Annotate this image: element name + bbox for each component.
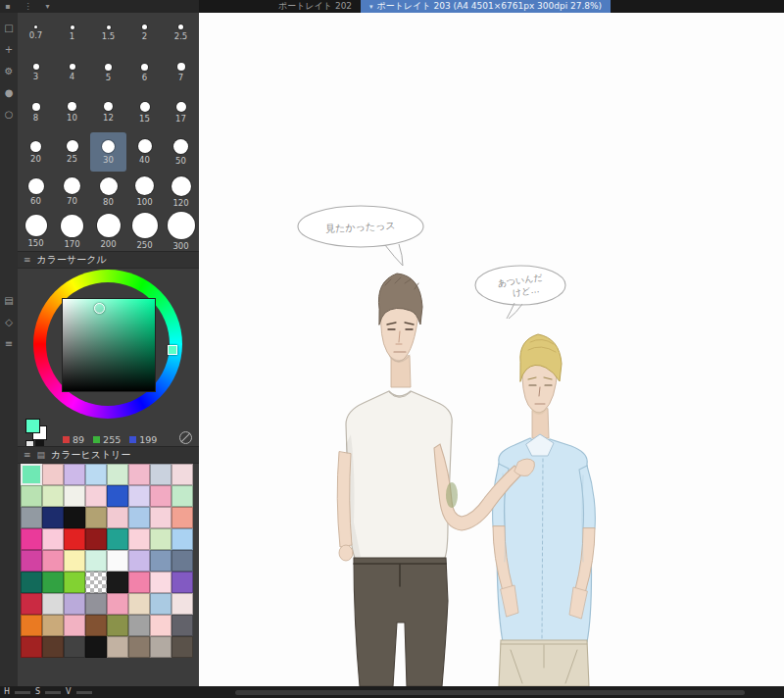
h-slider[interactable] xyxy=(15,691,30,694)
color-swatch[interactable] xyxy=(64,593,85,615)
color-swatch[interactable] xyxy=(21,572,42,593)
hue-ring-marker[interactable] xyxy=(168,345,177,355)
color-swatch[interactable] xyxy=(107,528,128,550)
color-swatch[interactable] xyxy=(128,528,150,550)
color-swatch[interactable] xyxy=(85,550,107,572)
horizontal-scrollbar[interactable] xyxy=(235,690,745,695)
color-swatch[interactable] xyxy=(85,485,107,507)
brush-size-cell[interactable]: 10 xyxy=(54,92,90,132)
brush-size-cell[interactable]: 4 xyxy=(54,53,90,93)
brush-size-cell[interactable]: 5 xyxy=(90,53,126,93)
color-swatch[interactable] xyxy=(107,485,128,507)
color-swatch[interactable] xyxy=(150,636,172,658)
brush-size-cell[interactable]: 30 xyxy=(90,132,126,173)
brush-size-cell[interactable]: 150 xyxy=(18,212,54,252)
gradient-tool-icon[interactable]: ◇ xyxy=(0,311,18,332)
eraser-tool-icon[interactable]: ○ xyxy=(0,103,18,125)
color-swatch[interactable] xyxy=(64,485,85,507)
color-swatch[interactable] xyxy=(64,636,85,658)
color-swatch[interactable] xyxy=(150,550,172,572)
brush-size-cell[interactable]: 100 xyxy=(126,172,163,212)
brush-tool-icon[interactable]: ● xyxy=(0,81,18,103)
layer-panel-icon[interactable]: ▤ xyxy=(0,289,18,311)
sv-picker-marker[interactable] xyxy=(94,303,105,314)
color-swatch[interactable] xyxy=(107,507,128,528)
color-swatch[interactable] xyxy=(21,464,42,485)
color-swatch[interactable] xyxy=(21,528,42,550)
s-slider[interactable] xyxy=(45,691,61,694)
color-swatch[interactable] xyxy=(21,485,42,507)
color-swatch[interactable] xyxy=(42,636,64,658)
color-swatch[interactable] xyxy=(150,572,172,593)
color-swatch[interactable] xyxy=(64,507,85,528)
color-swatch[interactable] xyxy=(128,615,150,636)
brush-size-cell[interactable]: 7 xyxy=(163,53,199,93)
panel-menu-icon[interactable]: ≡ xyxy=(24,450,31,460)
brush-size-cell[interactable]: 8 xyxy=(18,92,54,132)
move-tool-icon[interactable]: + xyxy=(0,38,18,60)
panel-menu-icon[interactable]: ≡ xyxy=(24,255,31,265)
color-swatch[interactable] xyxy=(21,636,42,658)
color-swatch[interactable] xyxy=(42,507,64,528)
color-swatch[interactable] xyxy=(107,593,128,615)
menu-lines-icon[interactable]: ≡ xyxy=(0,332,18,354)
color-swatch[interactable] xyxy=(150,464,172,485)
brush-size-cell[interactable]: 17 xyxy=(163,92,199,132)
brush-size-cell[interactable]: 6 xyxy=(126,53,163,93)
selection-tool-icon[interactable]: □ xyxy=(0,17,18,38)
color-swatch[interactable] xyxy=(150,528,172,550)
brush-size-cell[interactable]: 12 xyxy=(90,92,126,132)
color-swatch[interactable] xyxy=(21,615,42,636)
color-swatch[interactable] xyxy=(85,615,107,636)
color-swatch[interactable] xyxy=(42,593,64,615)
color-swatch[interactable] xyxy=(172,593,193,615)
color-swatch[interactable] xyxy=(172,572,193,593)
settings-gear-icon[interactable]: ⚙ xyxy=(0,60,18,81)
color-swatch[interactable] xyxy=(64,572,85,593)
color-swatch[interactable] xyxy=(128,636,150,658)
v-slider[interactable] xyxy=(76,691,92,694)
panel-collapse-icon[interactable]: ▾ xyxy=(45,3,49,11)
color-swatch[interactable] xyxy=(150,485,172,507)
color-swatch[interactable] xyxy=(21,507,42,528)
color-swatch[interactable] xyxy=(172,636,193,658)
brush-size-cell[interactable]: 120 xyxy=(163,172,199,212)
brush-size-cell[interactable]: 60 xyxy=(18,172,54,212)
color-swatch[interactable] xyxy=(85,593,107,615)
brush-size-cell[interactable]: 2 xyxy=(126,13,163,53)
brush-size-cell[interactable]: 300 xyxy=(163,212,199,252)
color-swatch[interactable] xyxy=(128,507,150,528)
color-swatch[interactable] xyxy=(128,485,150,507)
brush-size-cell[interactable]: 170 xyxy=(54,212,90,252)
color-swatch[interactable] xyxy=(64,615,85,636)
foreground-swatch[interactable] xyxy=(25,419,40,433)
color-swatch[interactable] xyxy=(107,636,128,658)
brush-size-cell[interactable]: 250 xyxy=(126,212,163,252)
brush-size-cell[interactable]: 80 xyxy=(90,172,126,212)
color-swatch[interactable] xyxy=(107,572,128,593)
color-swatch[interactable] xyxy=(42,464,64,485)
color-swatch[interactable] xyxy=(85,507,107,528)
color-swatch[interactable] xyxy=(128,550,150,572)
color-swatch[interactable] xyxy=(42,572,64,593)
brush-size-cell[interactable]: 20 xyxy=(18,132,54,173)
brush-size-cell[interactable]: 0.7 xyxy=(18,13,54,53)
brush-size-cell[interactable]: 50 xyxy=(163,132,199,173)
color-swatch[interactable] xyxy=(172,550,193,572)
color-swatch[interactable] xyxy=(21,593,42,615)
brush-size-cell[interactable]: 2.5 xyxy=(163,13,199,53)
brush-size-cell[interactable]: 200 xyxy=(90,212,126,252)
color-swatch[interactable] xyxy=(64,464,85,485)
color-swatch[interactable] xyxy=(172,528,193,550)
brush-size-cell[interactable]: 1.5 xyxy=(90,13,126,53)
brush-size-cell[interactable]: 40 xyxy=(126,132,163,173)
color-swatch[interactable] xyxy=(64,550,85,572)
color-swatch[interactable] xyxy=(107,550,128,572)
color-swatch[interactable] xyxy=(150,507,172,528)
canvas[interactable]: 見たかったっス あついんだ けど… xyxy=(199,13,784,686)
color-swatch[interactable] xyxy=(128,572,150,593)
color-swatch[interactable] xyxy=(150,593,172,615)
color-swatch[interactable] xyxy=(42,485,64,507)
color-swatch[interactable] xyxy=(42,550,64,572)
brush-size-cell[interactable]: 15 xyxy=(126,92,163,132)
